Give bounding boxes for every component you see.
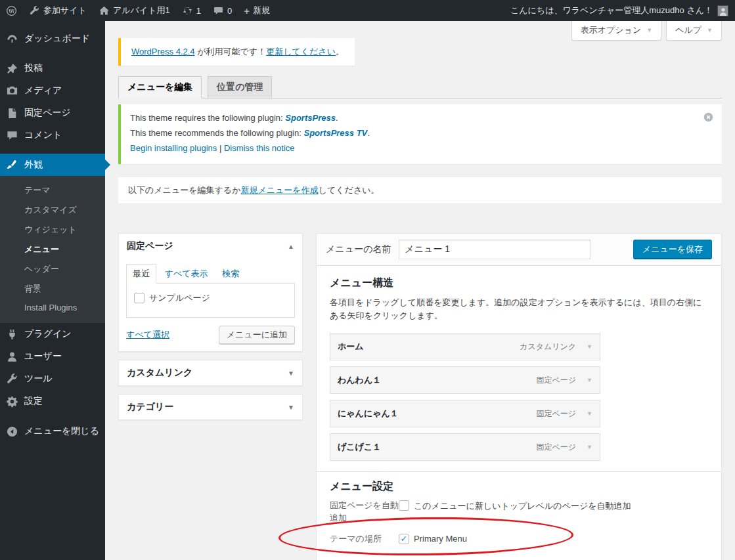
menu-item-gekogeko[interactable]: げこげこ１ 固定ページ ▼ — [330, 433, 600, 461]
site-name-menu[interactable]: アルバイト用1 — [93, 0, 176, 21]
tab-edit-menus[interactable]: メニューを編集 — [118, 76, 202, 98]
sidebar-label-comments: コメント — [24, 129, 62, 141]
custom-links-metabox-title: カスタムリンク — [127, 367, 192, 379]
plus-icon: + — [244, 6, 250, 16]
menu-name-header: メニューの名前 メニューを保存 — [317, 234, 721, 266]
menu-item-expand-icon[interactable]: ▼ — [587, 343, 592, 350]
menu-item-expand-icon[interactable]: ▼ — [587, 377, 592, 383]
wrench-icon — [6, 373, 18, 385]
help-button[interactable]: ヘルプ ▼ — [666, 21, 722, 41]
page-icon — [6, 107, 18, 119]
sidebar-item-posts[interactable]: 投稿 — [0, 57, 105, 79]
tab-most-recent[interactable]: 最近 — [126, 264, 156, 284]
menu-editor-column: メニューの名前 メニューを保存 メニュー構造 各項目をドラッグして順番を変更しま… — [316, 233, 722, 560]
save-menu-button[interactable]: メニューを保存 — [633, 240, 712, 259]
menu-item-home[interactable]: ホーム カスタムリンク ▼ — [330, 333, 600, 360]
submenu-item-menus[interactable]: メニュー — [0, 240, 105, 259]
sidebar-item-appearance[interactable]: 外観 — [0, 154, 105, 176]
expand-arrow-icon[interactable]: ▼ — [288, 404, 294, 411]
update-now-link[interactable]: 更新してください — [266, 47, 336, 56]
menu-item-expand-icon[interactable]: ▼ — [587, 444, 592, 450]
page-checklist-item: サンプルページ — [134, 292, 287, 304]
sidebar-label-media: メディア — [24, 85, 62, 97]
menu-item-nyannyan[interactable]: にゃんにゃん１ 固定ページ ▼ — [330, 400, 600, 427]
submenu-item-header[interactable]: ヘッダー — [0, 259, 105, 279]
sidebar-item-pages[interactable]: 固定ページ — [0, 102, 105, 124]
create-new-menu-link[interactable]: 新規メニューを作成 — [240, 185, 318, 195]
sample-page-label: サンプルページ — [149, 292, 210, 304]
sidebar-item-media[interactable]: メディア — [0, 79, 105, 102]
camera-icon — [6, 85, 18, 97]
manage-menus-text: 以下のメニューを編集するか — [128, 185, 240, 195]
notice-line-2: This theme recommends the following plug… — [130, 128, 696, 138]
auto-add-pages-row: 固定ページを自動追加 このメニューに新しいトップレベルのページを自動追加 — [330, 500, 708, 525]
select-all-link[interactable]: すべて選択 — [126, 329, 169, 341]
sportspress-tv-plugin-link[interactable]: SportsPress TV — [303, 128, 367, 138]
new-content-menu[interactable]: + 新規 — [238, 0, 276, 21]
sportspress-plugin-link[interactable]: SportsPress — [285, 113, 336, 123]
menu-items-list: ホーム カスタムリンク ▼ わんわん１ 固定ページ ▼ にゃんにゃん１ — [330, 333, 600, 461]
manage-menus-text-end: してください。 — [319, 185, 380, 195]
sidebar-item-plugins[interactable]: プラグイン — [0, 323, 105, 345]
update-nag-period: 。 — [336, 47, 344, 56]
admin-sidebar: ダッシュボード 投稿 メディア 固定ページ コメント 外観 テーマ カスタマイズ — [0, 21, 105, 560]
sample-page-checkbox[interactable] — [134, 293, 145, 303]
submenu-item-install-plugins[interactable]: Install Plugins — [0, 299, 105, 316]
menu-settings-title: メニュー設定 — [330, 480, 708, 494]
menu-name-input[interactable] — [399, 240, 590, 259]
categories-metabox-header[interactable]: カテゴリー ▼ — [119, 395, 302, 420]
screen-options-button[interactable]: 表示オプション ▼ — [571, 21, 661, 41]
begin-installing-plugins-link[interactable]: Begin installing plugins — [130, 143, 217, 153]
tab-view-all[interactable]: すべて表示 — [159, 265, 214, 283]
wordpress-version-link[interactable]: WordPress 4.2.4 — [131, 47, 195, 56]
admin-bar: 参加サイト アルバイト用1 1 0 + 新規 こんにちは、ワラベンチャー管理人m… — [0, 0, 735, 21]
menu-item-type: カスタムリンク — [520, 341, 576, 353]
wp-logo-menu[interactable] — [0, 0, 23, 21]
collapse-menu-button[interactable]: メニューを閉じる — [0, 420, 105, 442]
wordpress-logo-icon — [6, 5, 17, 16]
notice-text: This theme requires the following plugin… — [130, 113, 285, 123]
tab-search[interactable]: 検索 — [216, 265, 245, 283]
pages-metabox-header[interactable]: 固定ページ ▲ — [119, 234, 302, 259]
sidebar-item-comments[interactable]: コメント — [0, 124, 105, 146]
custom-links-metabox-header[interactable]: カスタムリンク ▼ — [119, 360, 302, 385]
my-sites-menu[interactable]: 参加サイト — [23, 0, 93, 21]
sidebar-item-dashboard[interactable]: ダッシュボード — [0, 28, 105, 50]
collapse-arrow-icon[interactable]: ▲ — [288, 243, 294, 250]
dismiss-icon[interactable] — [703, 112, 714, 123]
menu-item-expand-icon[interactable]: ▼ — [587, 410, 592, 417]
tab-manage-locations[interactable]: 位置の管理 — [208, 76, 272, 98]
content-area: 表示オプション ▼ ヘルプ ▼ WordPress 4.2.4 が利用可能です！… — [105, 21, 735, 560]
custom-links-metabox: カスタムリンク ▼ — [118, 360, 303, 386]
pages-metabox: 固定ページ ▲ 最近 すべて表示 検索 サンプルページ — [118, 233, 303, 352]
help-label: ヘルプ — [675, 24, 702, 36]
updates-menu[interactable]: 1 — [176, 0, 207, 21]
howdy-greeting[interactable]: こんにちは、ワラベンチャー管理人muzudho さん！ — [510, 5, 713, 16]
dismiss-notice-link[interactable]: Dismiss this notice — [224, 143, 295, 153]
avatar-placeholder-icon — [718, 6, 728, 16]
sidebar-item-settings[interactable]: 設定 — [0, 390, 105, 412]
submenu-item-background[interactable]: 背景 — [0, 279, 105, 299]
sidebar-label-tools: ツール — [24, 373, 53, 385]
pages-quick-tabs: 最近 すべて表示 検索 — [126, 264, 295, 283]
site-name-label: アルバイト用1 — [113, 5, 170, 16]
menu-item-type: 固定ページ — [537, 408, 577, 420]
primary-menu-checkbox[interactable]: ✓ — [399, 534, 409, 544]
check-icon: ✓ — [401, 534, 408, 544]
avatar[interactable] — [717, 5, 728, 16]
auto-add-pages-checkbox[interactable] — [399, 500, 409, 511]
pages-metabox-title: 固定ページ — [127, 240, 173, 252]
submenu-item-customize[interactable]: カスタマイズ — [0, 200, 105, 220]
expand-arrow-icon[interactable]: ▼ — [288, 370, 294, 377]
sidebar-label-posts: 投稿 — [24, 62, 43, 74]
add-to-menu-button[interactable]: メニューに追加 — [219, 326, 295, 344]
menu-item-type: 固定ページ — [537, 375, 577, 386]
sidebar-item-tools[interactable]: ツール — [0, 368, 105, 390]
submenu-item-widgets[interactable]: ウィジェット — [0, 220, 105, 240]
user-icon — [6, 351, 18, 363]
comments-menu[interactable]: 0 — [207, 0, 238, 21]
menu-item-label: げこげこ１ — [338, 441, 381, 453]
sidebar-item-users[interactable]: ユーザー — [0, 345, 105, 368]
submenu-item-themes[interactable]: テーマ — [0, 181, 105, 200]
menu-item-wanwan[interactable]: わんわん１ 固定ページ ▼ — [330, 366, 600, 394]
